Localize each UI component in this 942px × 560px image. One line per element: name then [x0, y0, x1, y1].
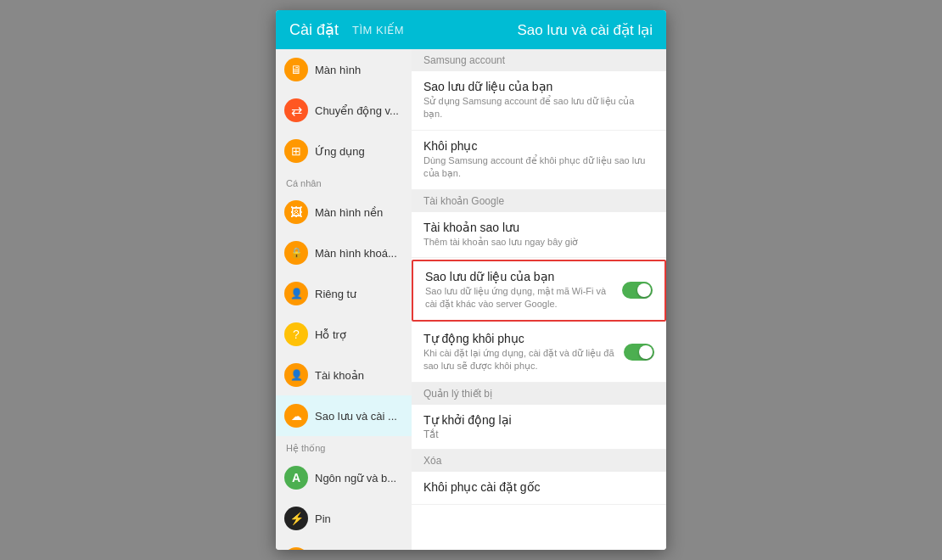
sidebar-section-main: 🖥 Màn hình ⇄ Chuyển động v... ⊞ Ứng dụng [276, 49, 412, 171]
group-header-quan-ly: Quản lý thiết bị [412, 383, 666, 405]
sidebar-label-man-hinh-khoa: Màn hình khoá... [315, 247, 397, 260]
content-item-tai-khoan-sao-luu[interactable]: Tài khoản sao lưu Thêm tài khoản sao lưu… [412, 212, 666, 258]
sao-luu-google-row: Sao lưu dữ liệu của bạn Sao lưu dữ liệu … [425, 270, 653, 311]
group-header-google: Tài khoản Google [412, 190, 666, 212]
main-layout: 🖥 Màn hình ⇄ Chuyển động v... ⊞ Ứng dụng… [276, 49, 666, 550]
sidebar-label-ngon-ngu: Ngôn ngữ và b... [315, 472, 396, 484]
content-item-sao-luu-dl[interactable]: Sao lưu dữ liệu của bạn Sử dụng Samsung … [412, 71, 666, 131]
sidebar-item-man-hinh[interactable]: 🖥 Màn hình [276, 49, 412, 90]
sidebar-section-ca-nhan: Cá nhân 🖼 Màn hình nền 🔒 Màn hình khoá..… [276, 171, 412, 436]
content-item-khoi-phuc-goc[interactable]: Khôi phục cài đặt gốc [412, 472, 666, 505]
sidebar-item-ngon-ngu[interactable]: A Ngôn ngữ và b... [276, 457, 412, 498]
sidebar-item-man-hinh-nen[interactable]: 🖼 Màn hình nền [276, 192, 412, 232]
ung-dung-icon: ⊞ [284, 139, 308, 163]
title-tu-dong: Tự động khôi phục [423, 332, 617, 345]
content-panel: Samsung account Sao lưu dữ liệu của bạn … [412, 49, 666, 550]
content-item-tu-khoi-dong[interactable]: Tự khởi động lại Tắt [412, 405, 666, 450]
pin-icon: ⚡ [284, 507, 308, 530]
content-item-sao-luu-google[interactable]: Sao lưu dữ liệu của bạn Sao lưu dữ liệu … [412, 260, 666, 322]
sidebar-label-tai-khoan: Tài khoản [315, 369, 364, 382]
ngon-ngu-icon: A [284, 466, 308, 490]
chuyen-dong-icon: ⇄ [284, 98, 308, 122]
sao-luu-google-text: Sao lưu dữ liệu của bạn Sao lưu dữ liệu … [425, 270, 622, 311]
desc-sao-luu-dl: Sử dụng Samsung account để sao lưu dữ li… [423, 95, 654, 121]
sidebar-label-man-hinh: Màn hình [315, 64, 361, 76]
content-item-tu-dong-khoi-phuc[interactable]: Tự động khôi phục Khi cài đặt lại ứng dụ… [412, 323, 666, 383]
man-hinh-nen-icon: 🖼 [284, 200, 308, 224]
ho-tro-icon: ? [284, 322, 308, 346]
sidebar-label-man-hinh-nen: Màn hình nền [315, 206, 383, 219]
sidebar-item-sao-luu[interactable]: ☁ Sao lưu và cài ... [276, 395, 412, 436]
title-khoi-phuc: Khôi phục [423, 139, 654, 153]
phone-frame: Cài đặt TÌM KIẾM Sao lưu và cài đặt lại … [276, 10, 666, 550]
man-hinh-khoa-icon: 🔒 [284, 241, 308, 265]
title-tu-khoi-dong: Tự khởi động lại [423, 413, 654, 427]
title-sao-luu-dl: Sao lưu dữ liệu của bạn [423, 80, 654, 93]
header-right-title: Sao lưu và cài đặt lại [517, 21, 653, 39]
sidebar-item-ung-dung[interactable]: ⊞ Ứng dụng [276, 131, 412, 171]
search-button[interactable]: TÌM KIẾM [352, 24, 404, 36]
sidebar-label-rieng-tu: Riêng tư [315, 288, 356, 300]
desc-tu-dong: Khi cài đặt lại ứng dụng, cài đặt và dữ … [423, 347, 617, 373]
sidebar-item-bo-nho[interactable]: + Bộ nhớ [276, 539, 412, 550]
desc-sao-luu-google: Sao lưu dữ liệu ứng dụng, mật mã Wi-Fi v… [425, 285, 615, 311]
sidebar-label-ung-dung: Ứng dụng [315, 145, 365, 158]
sidebar-label-pin: Pin [315, 512, 331, 525]
title-tai-khoan-sao-luu: Tài khoản sao lưu [423, 221, 654, 234]
toggle-sao-luu-google[interactable] [622, 282, 653, 299]
sidebar-item-man-hinh-khoa[interactable]: 🔒 Màn hình khoá... [276, 232, 412, 273]
group-header-xoa: Xóa [412, 450, 666, 472]
section-label-he-thong: Hệ thống [276, 436, 412, 457]
tu-dong-text: Tự động khôi phục Khi cài đặt lại ứng dụ… [423, 332, 624, 373]
sidebar-label-sao-luu: Sao lưu và cài ... [315, 410, 397, 423]
toggle-tu-dong[interactable] [624, 344, 654, 361]
sidebar-item-chuyen-dong[interactable]: ⇄ Chuyển động v... [276, 90, 412, 131]
sidebar-section-he-thong: Hệ thống A Ngôn ngữ và b... ⚡ Pin + Bộ n… [276, 436, 412, 550]
title-sao-luu-google: Sao lưu dữ liệu của bạn [425, 270, 615, 283]
bo-nho-icon: + [284, 547, 308, 550]
sao-luu-icon: ☁ [284, 404, 308, 428]
sidebar-item-ho-tro[interactable]: ? Hỗ trợ [276, 314, 412, 355]
desc-tai-khoan-sao-luu: Thêm tài khoản sao lưu ngay bây giờ [423, 236, 654, 249]
sidebar-label-chuyen-dong: Chuyển động v... [315, 104, 399, 117]
app-header: Cài đặt TÌM KIẾM Sao lưu và cài đặt lại [276, 10, 666, 49]
header-title: Cài đặt [289, 20, 339, 39]
section-label-ca-nhan: Cá nhân [276, 171, 412, 192]
tai-khoan-icon: 👤 [284, 363, 308, 387]
sidebar-item-pin[interactable]: ⚡ Pin [276, 498, 412, 539]
sidebar-item-rieng-tu[interactable]: 👤 Riêng tư [276, 273, 412, 314]
sidebar-item-tai-khoan[interactable]: 👤 Tài khoản [276, 355, 412, 395]
title-khoi-phuc-goc: Khôi phục cài đặt gốc [423, 480, 654, 494]
content-item-khoi-phuc[interactable]: Khôi phục Dùng Samsung account để khôi p… [412, 131, 666, 190]
tu-dong-row: Tự động khôi phục Khi cài đặt lại ứng dụ… [423, 332, 654, 373]
rieng-tu-icon: 👤 [284, 282, 308, 305]
man-hinh-icon: 🖥 [284, 58, 308, 81]
sidebar: 🖥 Màn hình ⇄ Chuyển động v... ⊞ Ứng dụng… [276, 49, 412, 550]
group-header-samsung: Samsung account [412, 49, 666, 71]
sidebar-label-ho-tro: Hỗ trợ [315, 328, 346, 341]
value-tu-khoi-dong: Tắt [423, 428, 654, 440]
desc-khoi-phuc: Dùng Samsung account để khôi phục dữ liệ… [423, 154, 654, 181]
